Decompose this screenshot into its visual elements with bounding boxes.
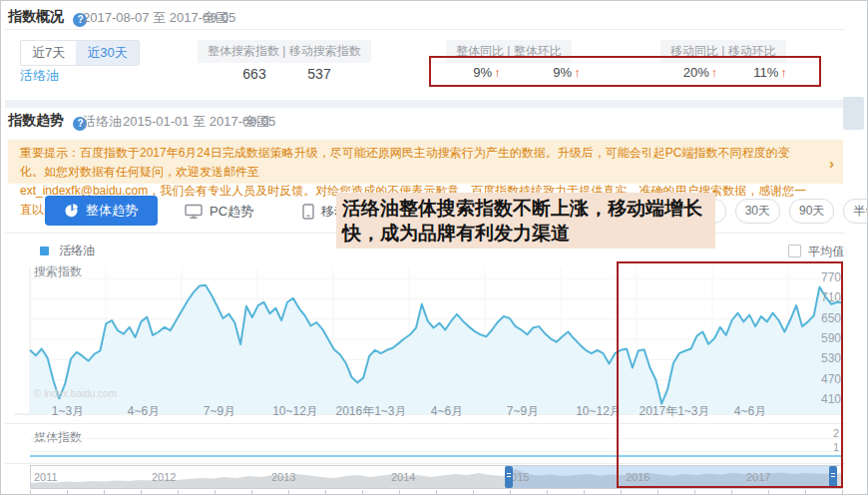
divider [5, 29, 845, 30]
nav-year-2014: 2014 [391, 471, 415, 483]
navigator-handle-right[interactable] [829, 466, 837, 488]
trend-keyword: 活络油 [83, 113, 122, 131]
timeline-navigator[interactable]: 2011201220132014201520162017 [30, 465, 843, 489]
annotation-overlay: 活络油整体搜索指数不断上涨，移动端增长快，成为品牌有利发力渠道 [336, 193, 715, 248]
monitor-icon [185, 204, 203, 220]
y-axis-title: 搜索指数 [34, 263, 82, 280]
up-arrow-icon: ↑ [494, 65, 501, 80]
mobile-compare-columns: 移动同比 | 移动环比 [660, 40, 786, 63]
mobile-mom-value: 11%↑ [742, 65, 798, 80]
period-tab-group: 近7天 近30天 [20, 40, 140, 66]
overview-region: 全国 [203, 9, 228, 27]
legend-swatch [40, 247, 49, 255]
media-index-line [30, 455, 843, 457]
divider [5, 423, 845, 424]
search-index-chart[interactable]: 搜索指数 © index.baidu.com 77071065059053047… [8, 257, 845, 421]
nav-year-2016: 2016 [626, 471, 650, 483]
media-axis-1: 1 [819, 441, 839, 453]
y-tick-710: 710 [807, 290, 841, 304]
nav-year-2011: 2011 [34, 471, 58, 483]
range-pill-90天[interactable]: 90天 [789, 199, 834, 224]
gridline [30, 451, 843, 452]
section-separator [5, 100, 845, 108]
up-arrow-icon: ↑ [780, 65, 787, 80]
up-arrow-icon: ↑ [711, 65, 718, 80]
mobile-search-index-value: 537 [291, 66, 347, 82]
chart-watermark: © index.baidu.com [34, 388, 117, 399]
range-pill-半年[interactable]: 半年 [843, 199, 868, 224]
y-tick-410: 410 [807, 392, 841, 406]
pie-icon [65, 204, 79, 218]
overview-title: 指数概况 [8, 8, 64, 24]
trend-header: 指数趋势 ? [8, 111, 87, 131]
phone-icon [302, 204, 314, 220]
notice-line1: 重要提示：百度指数于2017年6月24日完成数据策略升级，尽可能还原网民主动搜索… [20, 144, 813, 182]
keyword-link[interactable]: 活络油 [20, 67, 59, 85]
legend-label: 活络油 [59, 244, 95, 257]
notice-banner: 重要提示：百度指数于2017年6月24日完成数据策略升级，尽可能还原网民主动搜索… [8, 140, 843, 184]
y-tick-590: 590 [807, 331, 841, 345]
tab-pc-trend[interactable]: PC趋势 [185, 203, 253, 221]
up-arrow-icon: ↑ [574, 65, 581, 80]
navigator-handle-left[interactable] [505, 466, 513, 488]
y-tick-470: 470 [807, 372, 841, 386]
navigator-selection[interactable] [513, 466, 835, 488]
overall-mom-value: 9%↑ [539, 65, 595, 80]
floating-widget[interactable] [843, 97, 864, 130]
nav-year-2013: 2013 [271, 471, 295, 483]
trend-region: 全国 [243, 113, 269, 131]
overall-compare-columns: 整体同比 | 整体环比 [446, 40, 572, 63]
overview-header: 指数概况 ? [8, 7, 87, 27]
search-index-columns: 整体搜索指数 | 移动搜索指数 [198, 40, 371, 63]
average-label: 平均值 [808, 245, 844, 258]
y-tick-650: 650 [807, 311, 841, 325]
media-index-section: 媒体指数 2 1 [8, 425, 845, 462]
mobile-yoy-value: 20%↑ [672, 65, 728, 80]
tab-last-30-days[interactable]: 近30天 [76, 41, 138, 65]
range-pill-30天[interactable]: 30天 [735, 199, 780, 224]
nav-year-2012: 2012 [152, 471, 176, 483]
nav-year-2017: 2017 [746, 471, 770, 483]
y-tick-770: 770 [807, 270, 841, 284]
tab-overall-trend[interactable]: 整体趋势 [45, 196, 158, 226]
media-axis-2: 2 [819, 427, 839, 439]
gridline [30, 438, 843, 439]
notice-expand-icon[interactable]: › [829, 154, 834, 173]
y-tick-530: 530 [807, 351, 841, 365]
navigator-ticks [30, 490, 843, 494]
x-tick-9: 4~6月 [700, 403, 800, 420]
divider [5, 463, 845, 464]
search-index-plot [8, 257, 845, 421]
average-checkbox[interactable] [788, 245, 801, 257]
trend-title: 指数趋势 [8, 112, 64, 128]
overall-search-index-value: 663 [224, 66, 284, 82]
overall-yoy-value: 9%↑ [459, 65, 515, 80]
tab-last-7-days[interactable]: 近7天 [21, 41, 76, 65]
